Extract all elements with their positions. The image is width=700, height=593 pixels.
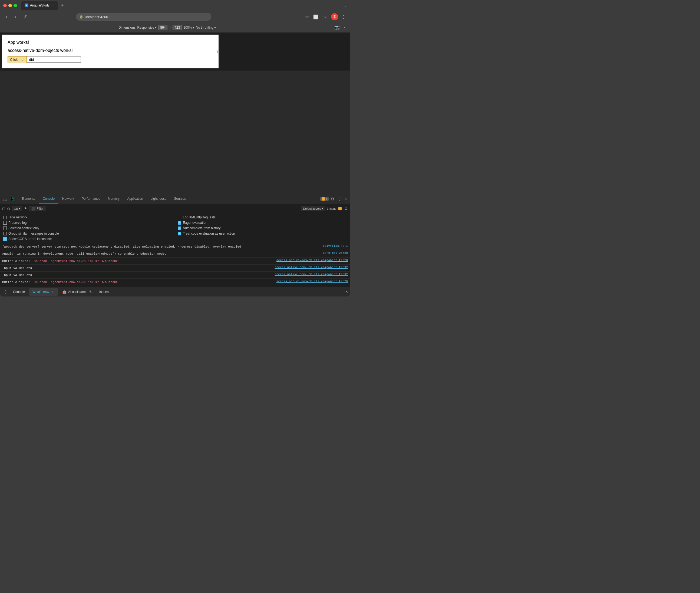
tab-close-button[interactable]: ×	[51, 3, 55, 7]
devtools-tabs-right: ! 1 ⚙ ⋮ ×	[318, 196, 350, 202]
checkbox-eager-eval[interactable]	[178, 221, 181, 225]
minimize-traffic-light[interactable]	[8, 4, 12, 7]
tab-memory[interactable]: Memory	[104, 194, 123, 204]
zoom-dropdown[interactable]: 100% ▾	[183, 26, 194, 30]
devtools-device-icon[interactable]: 📱	[9, 196, 16, 202]
traffic-lights	[3, 4, 17, 7]
devtools-close-icon[interactable]: ×	[343, 196, 348, 202]
url-bar[interactable]: 🔒 localhost:4200	[76, 13, 211, 21]
bottom-tab-ai[interactable]: 🤖 AI assistance ⚗	[59, 288, 95, 296]
log-entry-input-1: Input value: dfd access_native_dom-_ob_c…	[0, 265, 350, 272]
levels-label: Default levels	[303, 207, 321, 210]
tab-network[interactable]: Network	[59, 194, 78, 204]
checkbox-preserve-log[interactable]	[3, 221, 7, 225]
devtools-more-options-icon[interactable]: ⋮	[336, 196, 342, 202]
console-toolbar-right: Default levels ▾ 1 Issue: ! ⚙	[301, 206, 348, 211]
more-menu-icon[interactable]: ⋮	[340, 13, 347, 21]
tab-overflow-chevron[interactable]: ⌄	[344, 3, 347, 7]
zoom-arrow: ▾	[193, 26, 194, 30]
bottom-menu-icon[interactable]: ⋮	[2, 288, 9, 295]
checkbox-log-xml[interactable]	[178, 216, 181, 219]
back-button[interactable]: ‹	[3, 13, 10, 20]
forward-button[interactable]: ›	[12, 13, 19, 20]
active-tab[interactable]: A AngularStudy ×	[22, 1, 58, 10]
tab-elements[interactable]: Elements	[18, 194, 39, 204]
browser-window: A AngularStudy × + ⌄ ‹ › ↺ 🔒 localhost:4…	[0, 0, 350, 296]
bottom-bar-close-icon[interactable]: ×	[345, 289, 348, 294]
label-autocomplete: Autocomplete from history	[183, 226, 220, 230]
devtools-inspect-icon[interactable]: ⬚	[2, 196, 8, 202]
warning-icon: !	[322, 197, 325, 201]
checkbox-autocomplete[interactable]	[178, 227, 181, 230]
log-source-webpack[interactable]: polyfills.js:1	[323, 244, 348, 247]
component-title: access-native-dom-objects works!	[8, 48, 213, 53]
checkbox-show-cors[interactable]	[3, 237, 7, 241]
click-me-button[interactable]: Click me!	[8, 56, 27, 63]
throttle-label: No throttling	[196, 26, 213, 30]
devtools-toolbar-right: 📷 ⋮	[334, 24, 348, 31]
log-entry-btn-2: Button clicked: <button _ngcontent-bbw-c…	[0, 279, 350, 286]
bottom-tab-console[interactable]: Console	[10, 288, 28, 296]
zoom-label: 100%	[183, 26, 192, 30]
setting-group-similar: Group similar messages in console	[3, 232, 172, 235]
dimensions-dropdown[interactable]: Dimensions: Responsive ▾	[118, 26, 157, 30]
console-sidebar-toggle[interactable]: ⊟	[2, 206, 5, 211]
log-text-btn-1: Button clicked: <button _ngcontent-bbw-c…	[2, 259, 274, 263]
tab-favicon: A	[25, 3, 28, 7]
bottom-tab-issues[interactable]: Issues	[96, 288, 112, 296]
setting-show-cors: Show CORS errors in console	[3, 237, 172, 241]
maximize-traffic-light[interactable]	[13, 4, 17, 7]
log-text-btn-2: Button clicked: <button _ngcontent-bbw-c…	[2, 280, 274, 284]
lock-icon: 🔒	[79, 15, 83, 18]
console-filter[interactable]: ⬛ Filter	[29, 206, 46, 211]
log-source-angular-mode[interactable]: core.mjs:25520	[323, 251, 348, 254]
label-preserve-log: Preserve log	[8, 221, 27, 225]
devtools-more-icon[interactable]: ⋮	[341, 24, 348, 31]
label-group-similar: Group similar messages in console	[8, 232, 59, 235]
live-expressions-icon[interactable]: 👁	[24, 206, 27, 210]
context-arrow: ▾	[19, 207, 20, 210]
bottom-tab-whats-new[interactable]: What's new ×	[29, 288, 58, 296]
extensions-icon[interactable]: ⬜	[312, 13, 320, 21]
log-source-btn-2[interactable]: access_native_dom-ob_cts_component.ts:20	[277, 280, 348, 283]
devtools-settings-icon[interactable]: ⚙	[330, 196, 335, 202]
log-entry-input-2: Input value: dfd access_native_dom-_ob_c…	[0, 272, 350, 279]
throttle-dropdown[interactable]: No throttling ▾	[196, 26, 216, 30]
width-input[interactable]: 864	[158, 25, 168, 30]
devtools-toggle-icon[interactable]: ⌥	[322, 13, 329, 21]
log-levels-dropdown[interactable]: Default levels ▾	[301, 206, 325, 211]
setting-selected-context: Selected context only	[3, 226, 172, 230]
log-source-btn-1[interactable]: access_native-dom-ob_cts_component.ts:20	[277, 259, 348, 262]
tab-application[interactable]: Application	[123, 194, 147, 204]
bookmark-icon[interactable]: ☆	[304, 13, 310, 21]
tab-lighthouse[interactable]: Lighthouse	[147, 194, 171, 204]
console-settings-area: Hide network Preserve log Selected conte…	[0, 213, 350, 243]
reload-button[interactable]: ↺	[22, 13, 28, 21]
new-tab-button[interactable]: +	[59, 3, 66, 8]
bottom-tab-whats-new-close[interactable]: ×	[51, 290, 54, 294]
checkbox-selected-context[interactable]	[3, 227, 7, 230]
viewport-resize-handle[interactable]: ⋮	[216, 35, 219, 68]
tab-performance[interactable]: Performance	[78, 194, 104, 204]
console-settings-icon[interactable]: ⚙	[344, 206, 348, 211]
page-text-input[interactable]	[27, 56, 81, 63]
log-source-input-2[interactable]: access_native_dom-_ob_cts_component_ts:3…	[274, 273, 348, 276]
tab-console[interactable]: Console	[39, 194, 59, 204]
user-avatar[interactable]: E	[331, 13, 338, 20]
issues-count-area[interactable]: 1 Issue: !	[327, 207, 343, 210]
issues-badge[interactable]: ! 1	[320, 197, 329, 201]
dimensions-label: Dimensions: Responsive	[118, 26, 154, 30]
close-traffic-light[interactable]	[3, 4, 7, 7]
tab-sources[interactable]: Sources	[171, 194, 190, 204]
address-bar: ‹ › ↺ 🔒 localhost:4200 ☆ ⬜ ⌥ E ⋮	[0, 11, 350, 23]
checkbox-treat-code[interactable]	[178, 232, 181, 235]
checkbox-hide-network[interactable]	[3, 216, 7, 219]
camera-icon[interactable]: 📷	[334, 25, 340, 30]
height-input[interactable]: 423	[173, 25, 182, 30]
log-source-input-1[interactable]: access_native_dom-_ob_cts_component_ts:3…	[274, 266, 348, 269]
checkbox-group-similar[interactable]	[3, 232, 7, 235]
issues-count: 1	[326, 197, 327, 201]
clear-console-icon[interactable]: ⊘	[7, 206, 10, 211]
bottom-tab-whats-new-label: What's new	[32, 290, 49, 294]
context-dropdown[interactable]: top ▾	[12, 206, 22, 211]
